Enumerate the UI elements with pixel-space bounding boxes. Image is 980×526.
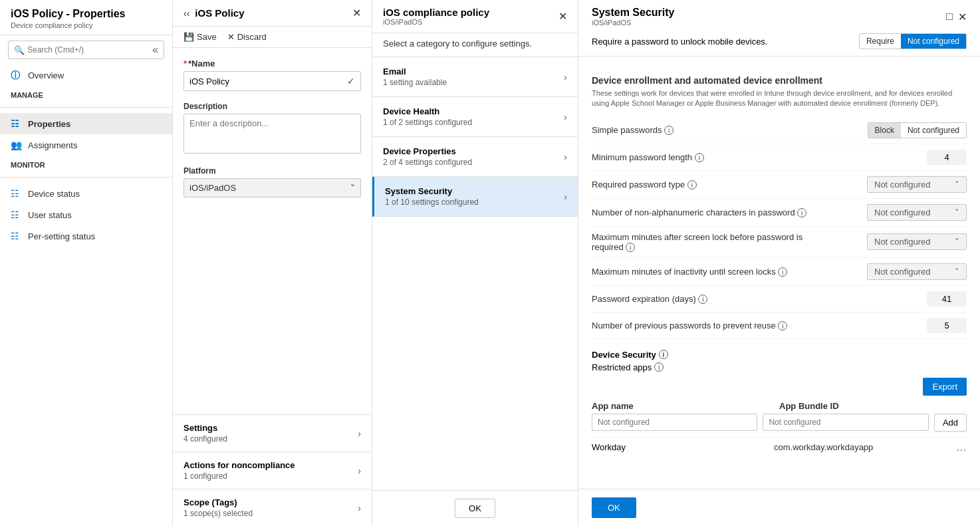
sidebar-item-user-status[interactable]: ☷ User status	[0, 204, 172, 225]
scope-row-title: Scope (Tags)	[184, 497, 253, 507]
category-device-health[interactable]: Device Health 1 of 2 settings configured…	[372, 97, 578, 137]
not-configured-top-btn[interactable]: Not configured	[901, 34, 966, 49]
policy-subtitle: iOS/iPadOS	[383, 18, 489, 26]
app-name-header: App name	[592, 401, 779, 411]
noncompliance-nav-row[interactable]: Actions for noncompliance 1 configured ›	[173, 452, 372, 489]
device-security-label: Device Security i	[592, 350, 967, 360]
search-input[interactable]	[27, 45, 150, 55]
name-label: **Name	[184, 59, 361, 68]
form-header: ‹‹ iOS Policy ✕	[173, 0, 372, 27]
platform-value: iOS/iPadOS	[189, 183, 236, 193]
table-row: Workday com.workday.workdayapp …	[592, 437, 967, 458]
add-button[interactable]: Add	[934, 414, 967, 432]
chevron-down-icon-5: ˅	[955, 267, 959, 277]
sidebar-item-per-setting-status[interactable]: ☷ Per-setting status	[0, 225, 172, 247]
restricted-apps-label: Restricted apps i	[592, 362, 967, 372]
chevron-right-icon-5: ›	[564, 112, 567, 122]
more-options-button[interactable]: …	[956, 442, 967, 454]
name-input[interactable]	[189, 76, 347, 86]
description-field: Description	[184, 102, 361, 156]
chevron-right-icon-2: ›	[358, 465, 361, 476]
security-ok-button[interactable]: OK	[592, 497, 636, 518]
sidebar-item-label: User status	[28, 210, 72, 220]
app-bundle-input[interactable]	[763, 414, 928, 431]
collapse-sidebar-icon[interactable]: «	[152, 44, 158, 56]
min-password-length-row: Minimum password length i 4	[592, 144, 967, 171]
save-icon: 💾	[184, 32, 194, 42]
chevron-right-icon-3: ›	[358, 503, 361, 513]
sidebar-item-overview[interactable]: ⓘ Overview	[0, 65, 172, 86]
require-password-toggle[interactable]: Require Not configured	[859, 33, 967, 49]
not-configured-simple-btn[interactable]: Not configured	[901, 123, 966, 138]
prev-pw-label: Number of previous passwords to prevent …	[592, 321, 776, 330]
inactivity-timeout-row: Maximum minutes of inactivity until scre…	[592, 258, 967, 286]
sidebar-header: iOS Policy - Properties Device complianc…	[0, 0, 172, 35]
sidebar-item-properties[interactable]: ☷ Properties	[0, 113, 172, 134]
category-security-title: System Security	[385, 186, 479, 196]
platform-label: Platform	[184, 166, 361, 176]
security-title: System Security	[592, 7, 675, 19]
platform-field: Platform iOS/iPadOS ˅	[184, 166, 361, 197]
search-container: 🔍 «	[8, 41, 164, 59]
form-collapse-btn[interactable]: ‹‹	[184, 8, 189, 19]
chevron-right-icon: ›	[358, 428, 361, 439]
simple-passwords-toggle[interactable]: Block Not configured	[868, 122, 967, 138]
sidebar-item-assignments[interactable]: 👥 Assignments	[0, 134, 172, 156]
info-icon-inactivity: i	[778, 267, 787, 277]
category-device-properties[interactable]: Device Properties 2 of 4 settings config…	[372, 137, 578, 177]
chevron-down-icon: ˅	[350, 183, 355, 193]
info-icon-pw-exp: i	[698, 295, 707, 304]
prev-pw-value[interactable]: 5	[927, 318, 967, 333]
category-email-title: Email	[383, 66, 447, 76]
save-button[interactable]: 💾 Save	[184, 32, 217, 42]
search-icon: 🔍	[14, 45, 25, 55]
policy-ok-button[interactable]: OK	[455, 499, 495, 518]
min-password-value[interactable]: 4	[927, 150, 967, 165]
discard-button[interactable]: ✕ Discard	[227, 32, 267, 42]
security-panel: System Security iOS/iPadOS □ ✕ Require a…	[578, 0, 980, 526]
screen-lock-timeout-row: Maximum minutes after screen lock before…	[592, 227, 967, 258]
sidebar-item-device-status[interactable]: ☷ Device status	[0, 183, 172, 204]
info-icon-simple: i	[664, 126, 674, 135]
sidebar-panel: iOS Policy - Properties Device complianc…	[0, 0, 173, 526]
people-icon: 👥	[11, 140, 21, 150]
info-icon: ⓘ	[11, 70, 21, 80]
app-name-input[interactable]	[592, 414, 757, 431]
security-close-btn[interactable]: ✕	[958, 11, 967, 23]
require-password-label: Require a password to unlock mobile devi…	[592, 37, 767, 47]
info-icon-req-type: i	[687, 180, 697, 190]
settings-nav-row[interactable]: Settings 4 configured ›	[173, 414, 372, 452]
simple-passwords-row: Simple passwords i Block Not configured	[592, 117, 967, 144]
required-password-type-dropdown[interactable]: Not configured ˅	[867, 176, 967, 193]
category-email-subtitle: 1 setting available	[383, 78, 447, 87]
block-btn[interactable]: Block	[868, 123, 901, 138]
password-expiration-row: Password expiration (days) i 41	[592, 286, 967, 313]
category-security-subtitle: 1 of 10 settings configured	[385, 197, 479, 207]
non-alpha-dropdown[interactable]: Not configured ˅	[867, 204, 967, 221]
maximize-icon[interactable]: □	[946, 11, 953, 23]
non-alpha-chars-row: Number of non-alphanumeric characters in…	[592, 199, 967, 227]
category-email[interactable]: Email 1 setting available ›	[372, 57, 578, 97]
inactivity-value: Not configured	[874, 267, 931, 277]
form-close-btn[interactable]: ✕	[352, 7, 361, 19]
discard-icon: ✕	[227, 32, 235, 42]
form-title: iOS Policy	[195, 7, 347, 19]
pw-expiration-value[interactable]: 41	[927, 291, 967, 307]
scope-nav-row[interactable]: Scope (Tags) 1 scope(s) selected ›	[173, 489, 372, 526]
policy-description: Select a category to configure settings.	[372, 33, 578, 57]
grid-icon-2: ☷	[11, 188, 21, 199]
category-props-title: Device Properties	[383, 146, 472, 156]
app-bundle-header: App Bundle ID	[779, 401, 967, 411]
export-button[interactable]: Export	[923, 378, 967, 396]
screen-lock-dropdown[interactable]: Not configured ˅	[867, 233, 967, 250]
require-btn[interactable]: Require	[860, 34, 901, 49]
category-system-security[interactable]: System Security 1 of 10 settings configu…	[372, 177, 578, 217]
policy-close-btn[interactable]: ✕	[558, 10, 567, 23]
name-input-container: ✓	[184, 71, 361, 91]
screen-lock-label: Maximum minutes after screen lock before…	[592, 232, 802, 252]
description-input[interactable]	[184, 114, 361, 154]
chevron-down-icon-3: ˅	[955, 207, 959, 217]
platform-select[interactable]: iOS/iPadOS ˅	[184, 178, 361, 197]
inactivity-dropdown[interactable]: Not configured ˅	[867, 263, 967, 280]
grid-icon-3: ☷	[11, 209, 21, 220]
